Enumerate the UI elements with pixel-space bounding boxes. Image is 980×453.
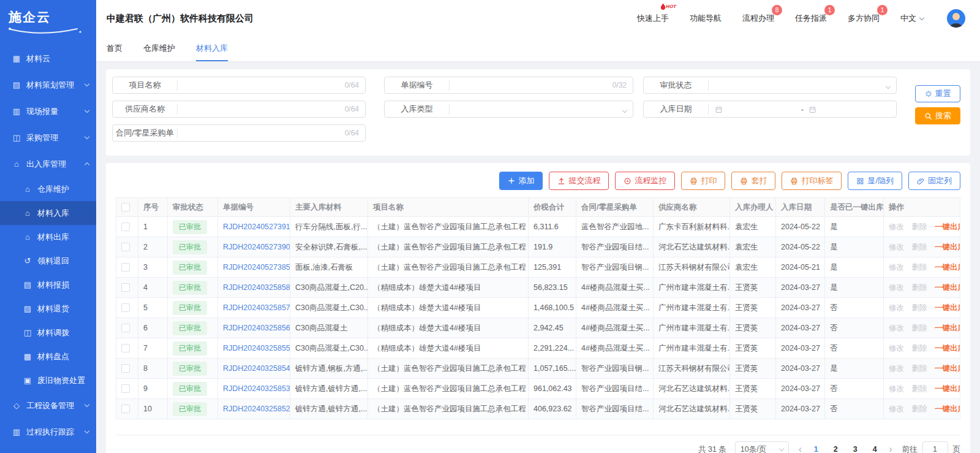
row-checkbox[interactable] [121, 283, 130, 292]
doc-no-link[interactable]: RJDH20240527390 [223, 243, 290, 251]
tab-material-inbound[interactable]: 材料入库 [196, 37, 228, 61]
reset-button[interactable]: 重置 [915, 85, 960, 102]
sidebar-subitem[interactable]: ▤ 材料报损 [0, 273, 96, 297]
approval-status-field[interactable]: 审批状态 [643, 77, 897, 94]
one-click-out-link[interactable]: 一键出库 [935, 243, 960, 251]
add-button[interactable]: 添加 [499, 172, 543, 190]
delete-link[interactable]: 删除 [911, 263, 927, 272]
supplier-input[interactable] [184, 105, 341, 114]
delete-link[interactable]: 删除 [911, 384, 927, 393]
one-click-out-link[interactable]: 一键出库 [935, 344, 960, 352]
one-click-out-link[interactable]: 一键出库 [935, 263, 960, 272]
page-number-button[interactable]: 3 [851, 445, 859, 453]
print-button[interactable]: 打印 [681, 172, 725, 190]
one-click-out-link[interactable]: 一键出库 [935, 324, 960, 332]
row-checkbox[interactable] [121, 324, 130, 332]
sidebar-item-material-cloud[interactable]: ▦ 材料云 [0, 45, 96, 72]
date-end-input[interactable] [809, 105, 890, 113]
row-checkbox[interactable] [121, 364, 130, 373]
inbound-type-field[interactable]: 入库类型 [384, 101, 633, 118]
doc-no-link[interactable]: RJDH20240325852 [223, 405, 290, 413]
sidebar-subitem[interactable]: ▩ 材料盘点 [0, 345, 96, 368]
submit-flow-button[interactable]: 提交流程 [549, 172, 609, 190]
doc-no-link[interactable]: RJDH20240325854 [223, 364, 290, 373]
sidebar-item-process-tracking[interactable]: ▥ 过程执行跟踪 [0, 419, 96, 445]
edit-link[interactable]: 修改 [889, 283, 904, 292]
nav-feature-guide[interactable]: 功能导航 [690, 13, 722, 24]
sidebar-item-inout-warehouse[interactable]: ⌂ 出入库管理 [0, 151, 96, 177]
sidebar-subitem[interactable]: ⌂ 材料出库 [0, 225, 96, 249]
edit-link[interactable]: 修改 [889, 364, 904, 373]
page-number-button[interactable]: 2 [831, 445, 840, 453]
sidebar-subitem[interactable]: ▨ 材料退货 [0, 297, 96, 321]
delete-link[interactable]: 删除 [911, 243, 927, 251]
user-avatar[interactable] [947, 9, 965, 28]
delete-link[interactable]: 删除 [911, 405, 927, 413]
date-start-input[interactable] [715, 105, 796, 113]
doc-no-link[interactable]: RJDH20240325858 [223, 283, 290, 292]
tab-home[interactable]: 首页 [107, 37, 123, 61]
doc-no-link[interactable]: RJDH20240325856 [223, 324, 290, 332]
sidebar-subitem[interactable]: ▣ 废旧物资处置 [0, 368, 96, 392]
delete-link[interactable]: 删除 [911, 324, 927, 332]
page-number-button[interactable]: 4 [870, 445, 879, 453]
delete-link[interactable]: 删除 [911, 364, 927, 373]
project-name-input[interactable] [184, 81, 341, 90]
one-click-out-link[interactable]: 一键出库 [935, 384, 960, 393]
nav-process-handling[interactable]: 8 流程办理 [742, 13, 774, 24]
one-click-out-link[interactable]: 一键出库 [935, 303, 960, 312]
edit-link[interactable]: 修改 [889, 344, 904, 352]
language-selector[interactable]: 中文 [900, 13, 924, 24]
doc-no-link[interactable]: RJDH20240325853 [223, 384, 290, 393]
contract-input[interactable] [184, 129, 341, 138]
sidebar-item-equipment-mgmt[interactable]: ◇ 工程设备管理 [0, 392, 96, 419]
sidebar-subitem[interactable]: ⌂ 材料入库 [0, 201, 96, 225]
edit-link[interactable]: 修改 [889, 303, 904, 312]
goto-page-input[interactable] [922, 441, 948, 453]
sidebar-subitem[interactable]: ◫ 材料调拨 [0, 321, 96, 345]
row-checkbox[interactable] [121, 223, 130, 231]
tab-warehouse-maintenance[interactable]: 仓库维护 [143, 37, 175, 61]
one-click-out-link[interactable]: 一键出库 [935, 364, 960, 373]
batch-print-button[interactable]: 套打 [731, 172, 775, 190]
edit-link[interactable]: 修改 [889, 405, 904, 413]
search-button[interactable]: 搜索 [915, 107, 960, 124]
one-click-out-link[interactable]: 一键出库 [935, 283, 960, 292]
row-checkbox[interactable] [121, 405, 130, 413]
row-checkbox[interactable] [121, 263, 130, 272]
delete-link[interactable]: 删除 [911, 223, 927, 231]
fixed-columns-button[interactable]: 固定列 [908, 172, 960, 190]
edit-link[interactable]: 修改 [889, 384, 904, 393]
sidebar-item-site-reporting[interactable]: ▥ 现场报量 [0, 98, 96, 124]
sidebar-subitem[interactable]: ↺ 领料退回 [0, 249, 96, 273]
doc-no-link[interactable]: RJDH20240527385 [223, 263, 290, 272]
nav-quick-start[interactable]: HOT 快速上手 [637, 13, 669, 24]
one-click-out-link[interactable]: 一键出库 [935, 223, 960, 231]
select-all-checkbox[interactable] [121, 203, 130, 211]
edit-link[interactable]: 修改 [889, 324, 904, 332]
nav-task-assignment[interactable]: 1 任务指派 [795, 13, 827, 24]
edit-link[interactable]: 修改 [889, 263, 904, 272]
page-size-select[interactable]: 10条/页 [735, 441, 789, 453]
page-number-button[interactable]: 1 [812, 445, 820, 453]
doc-no-link[interactable]: RJDH20240527391 [223, 223, 290, 231]
nav-multi-collab[interactable]: 1 多方协同 [848, 13, 880, 24]
row-checkbox[interactable] [121, 344, 130, 352]
sidebar-item-material-planning[interactable]: ▤ 材料策划管理 [0, 72, 96, 98]
doc-no-link[interactable]: RJDH20240325857 [223, 303, 290, 312]
doc-no-link[interactable]: RJDH20240325855 [223, 344, 290, 352]
flow-monitor-button[interactable]: 流程监控 [615, 172, 675, 190]
next-page-button[interactable]: › [888, 444, 893, 453]
row-checkbox[interactable] [121, 303, 130, 312]
row-checkbox[interactable] [121, 243, 130, 251]
edit-link[interactable]: 修改 [889, 223, 904, 231]
delete-link[interactable]: 删除 [911, 283, 927, 292]
row-checkbox[interactable] [121, 384, 130, 393]
sidebar-item-procurement[interactable]: ◫ 采购管理 [0, 124, 96, 151]
print-label-button[interactable]: 打印标签 [782, 172, 842, 190]
show-hide-columns-button[interactable]: 显/隐列 [848, 172, 902, 190]
delete-link[interactable]: 删除 [911, 303, 927, 312]
prev-page-button[interactable]: ‹ [797, 444, 803, 453]
doc-no-input[interactable] [456, 81, 609, 90]
sidebar-subitem[interactable]: ⌂ 仓库维护 [0, 177, 96, 201]
